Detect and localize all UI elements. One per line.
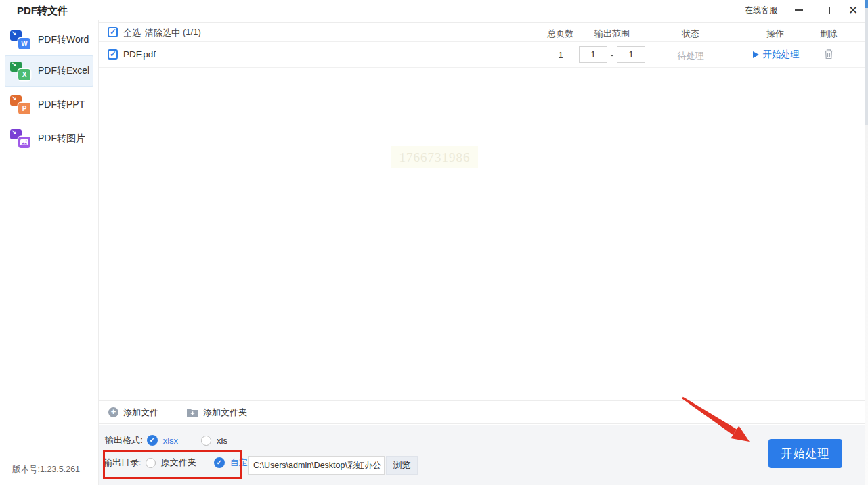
list-header: 全选 清除选中 (1/1) 总页数 输出范围 状态 操作 删除 (99, 22, 868, 42)
minimize-button[interactable] (794, 5, 804, 16)
add-file-icon (108, 407, 118, 417)
range-separator: - (607, 50, 617, 60)
table-row: PDF.pdf 1 - 待处理 开始处理 (99, 42, 868, 68)
app-title: PDF转文件 (17, 5, 68, 18)
output-format-row: 输出格式: xlsx xls (105, 434, 227, 446)
range-start-input[interactable] (579, 46, 607, 63)
file-name: PDF.pdf (123, 49, 156, 60)
pdf-to-word-icon: W (10, 30, 30, 49)
trash-icon (824, 49, 833, 60)
sidebar-item-label: PDF转Excel (38, 65, 89, 77)
radio-xlsx[interactable] (147, 435, 158, 446)
close-icon: ✕ (848, 5, 858, 16)
pdf-to-excel-icon: X (10, 62, 30, 80)
sidebar-item-label: PDF转PPT (38, 99, 85, 111)
column-action: 操作 (749, 28, 802, 40)
row-checkbox[interactable] (108, 49, 118, 60)
close-button[interactable]: ✕ (848, 5, 859, 16)
start-process-button[interactable]: 开始处理 (768, 439, 842, 468)
play-icon (753, 51, 759, 58)
radio-xls[interactable] (201, 436, 211, 446)
image-glyph (18, 137, 30, 148)
output-path-input[interactable] (248, 456, 385, 475)
row-start-process-label: 开始处理 (763, 49, 800, 61)
titlebar: PDF转文件 在线客服 ✕ (0, 0, 868, 20)
select-all-link[interactable]: 全选 (123, 27, 141, 39)
row-delete-button[interactable] (810, 49, 848, 60)
clear-selected-link[interactable]: 清除选中 (145, 27, 180, 39)
sidebar-item-label: PDF转图片 (38, 133, 85, 145)
add-folder-button[interactable]: 添加文件夹 (187, 407, 247, 419)
select-all-checkbox[interactable] (108, 27, 118, 37)
minimize-icon (795, 9, 803, 11)
add-file-button[interactable]: 添加文件 (108, 407, 158, 419)
sidebar-item-pdf-to-word[interactable]: W PDF转Word (5, 24, 93, 55)
pdf-to-ppt-icon: P (10, 95, 30, 114)
selection-count: (1/1) (183, 27, 201, 37)
total-pages-value: 1 (539, 50, 582, 60)
add-folder-icon (187, 408, 198, 417)
online-service-link[interactable]: 在线客服 (745, 5, 777, 16)
status-badge: 待处理 (668, 50, 714, 62)
column-delete: 删除 (810, 28, 848, 40)
bottom-panel: 输出格式: xlsx xls 输出目录: 原文件夹 自定义 浏览 开始处理 (99, 425, 868, 485)
column-output-range: 输出范围 (586, 28, 638, 40)
output-dir-row: 输出目录: 原文件夹 自定义 (104, 457, 257, 469)
pdf-to-image-icon (10, 129, 30, 148)
radio-source-folder-label[interactable]: 原文件夹 (161, 457, 196, 469)
add-folder-label: 添加文件夹 (203, 407, 247, 419)
sidebar-item-label: PDF转Word (38, 34, 89, 46)
app-window: PDF转文件 在线客服 ✕ W PDF转Word X PDF转Excel P P… (0, 0, 868, 485)
row-start-process-link[interactable]: 开始处理 (749, 49, 803, 61)
version-label: 版本号:1.23.5.261 (12, 464, 80, 476)
radio-source-folder[interactable] (146, 458, 156, 468)
watermark: 1766731986 (391, 146, 478, 168)
add-toolbar: 添加文件 添加文件夹 (99, 400, 868, 424)
screen-edge-artifact (865, 0, 868, 485)
sidebar-item-pdf-to-excel[interactable]: X PDF转Excel (5, 55, 93, 87)
maximize-button[interactable] (821, 5, 831, 16)
radio-xlsx-label[interactable]: xlsx (163, 436, 178, 446)
sidebar: W PDF转Word X PDF转Excel P PDF转PPT PDF转图片 … (0, 20, 99, 485)
sidebar-item-pdf-to-ppt[interactable]: P PDF转PPT (5, 89, 93, 120)
output-dir-label: 输出目录: (104, 457, 142, 469)
radio-custom[interactable] (214, 457, 225, 468)
titlebar-controls: 在线客服 ✕ (745, 0, 859, 20)
maximize-icon (823, 7, 830, 14)
column-total-pages: 总页数 (539, 28, 582, 40)
browse-button[interactable]: 浏览 (386, 456, 418, 475)
output-format-label: 输出格式: (105, 434, 143, 446)
range-end-input[interactable] (617, 46, 645, 63)
sidebar-item-pdf-to-image[interactable]: PDF转图片 (5, 123, 93, 154)
radio-xls-label[interactable]: xls (217, 436, 227, 446)
add-file-label: 添加文件 (123, 407, 158, 419)
column-status: 状态 (668, 28, 714, 40)
